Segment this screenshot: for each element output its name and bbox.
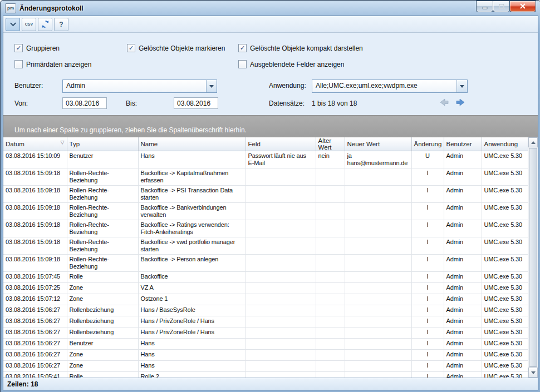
checkbox-box[interactable] — [238, 60, 247, 68]
refresh-button[interactable] — [38, 18, 52, 31]
column-header-name[interactable]: Name — [138, 137, 246, 151]
von-label: Von: — [14, 100, 28, 107]
cell-name: Backoffice -> Person anlegen — [138, 255, 246, 272]
cell-anwendung: UMC.exe 5.30 — [482, 350, 529, 361]
cell-typ: Rollen-Rechte-Beziehung — [67, 255, 138, 272]
bis-date-input[interactable] — [174, 97, 218, 109]
cell-aenderung: I — [411, 237, 444, 255]
group-by-bar[interactable]: Um nach einer Spalte zu gruppieren, zieh… — [3, 115, 538, 137]
filter-panel: ✓ Gruppieren ✓ Gelöschte Objekte markier… — [3, 33, 538, 115]
table-row[interactable]: 03.08.2016 15:07:25ZoneVZ AIAdminUMC.exe… — [3, 283, 529, 294]
cell-alter-wert — [316, 339, 345, 350]
table-row[interactable]: 03.08.2016 15:05:41RolleRolle 2IAdminUMC… — [3, 372, 529, 378]
checkbox-box[interactable]: ✓ — [14, 44, 23, 52]
table-row[interactable]: 03.08.2016 15:09:18Rollen-Rechte-Beziehu… — [3, 220, 529, 237]
table-row[interactable]: 03.08.2016 15:06:27BenutzerHansIAdminUMC… — [3, 339, 529, 350]
table-row[interactable]: 03.08.2016 15:06:27ZoneHansIAdminUMC.exe… — [3, 350, 529, 361]
checkbox-label: Ausgeblendete Felder anzeigen — [250, 61, 344, 68]
cell-datum: 03.08.2016 15:06:27 — [3, 350, 67, 361]
anwendung-label: Anwendung: — [269, 82, 306, 90]
table-row[interactable]: 03.08.2016 15:06:27RollenbeziehungHans /… — [3, 305, 529, 316]
next-page-button[interactable] — [455, 98, 466, 107]
cell-anwendung: UMC.exe 5.30 — [482, 272, 529, 283]
title-bar[interactable]: pm Änderungsprotokoll — [1, 1, 540, 16]
table-row[interactable]: 03.08.2016 15:09:18Rollen-Rechte-Beziehu… — [3, 168, 529, 186]
scroll-up-button[interactable] — [528, 137, 538, 147]
checkbox-gruppieren[interactable]: ✓ Gruppieren — [14, 44, 60, 52]
cell-neuer-wert — [345, 305, 411, 316]
cell-benutzer: Admin — [444, 168, 482, 186]
checkbox-box[interactable]: ✓ — [238, 44, 247, 52]
collapse-panel-button[interactable] — [6, 18, 20, 31]
cell-datum: 03.08.2016 15:10:09 — [3, 151, 67, 168]
column-header-datum[interactable]: Datum▽ — [3, 137, 67, 151]
column-header-neuer-wert[interactable]: Neuer Wert — [345, 137, 411, 151]
vertical-scrollbar[interactable] — [528, 137, 538, 378]
chevron-down-icon — [10, 22, 16, 27]
cell-neuer-wert — [345, 283, 411, 294]
cell-name: Hans — [138, 361, 246, 372]
cell-typ: Rollenbeziehung — [67, 316, 138, 328]
app-icon: pm — [5, 3, 16, 13]
table-row[interactable]: 03.08.2016 15:09:18Rollen-Rechte-Beziehu… — [3, 237, 529, 255]
minimize-button[interactable] — [476, 1, 493, 12]
cell-benutzer: Admin — [444, 328, 482, 339]
cell-feld — [246, 220, 316, 237]
cell-datum: 03.08.2016 15:05:41 — [3, 372, 67, 378]
column-header-aenderung[interactable]: Änderung — [411, 137, 444, 151]
cell-benutzer: Admin — [444, 294, 482, 305]
table-row[interactable]: 03.08.2016 15:09:18Rollen-Rechte-Beziehu… — [3, 203, 529, 220]
checkbox-geloeschte-objekte-markieren[interactable]: ✓ Gelöschte Objekte markieren — [127, 44, 225, 52]
table-row[interactable]: 03.08.2016 15:06:27RollenbeziehungHans /… — [3, 328, 529, 339]
maximize-button[interactable] — [493, 1, 510, 12]
cell-neuer-wert — [345, 350, 411, 361]
von-date-input[interactable] — [62, 97, 107, 109]
table-body: 03.08.2016 15:10:09BenutzerHansPasswort … — [3, 151, 529, 378]
anwendung-dropdown-button[interactable] — [456, 80, 467, 92]
checkbox-box[interactable]: ✓ — [127, 44, 135, 52]
cell-benutzer: Admin — [444, 361, 482, 372]
cell-aenderung: I — [411, 203, 444, 220]
column-header-anwendung[interactable]: Anwendung — [482, 137, 529, 151]
column-header-typ[interactable]: Typ — [67, 137, 138, 151]
table-row[interactable]: 03.08.2016 15:07:45RolleBackofficeIAdmin… — [3, 272, 529, 283]
scroll-down-button[interactable] — [528, 368, 538, 378]
cell-name: Backoffice -> vwd portfolio manager star… — [138, 237, 246, 255]
checkbox-box[interactable] — [14, 60, 23, 68]
cell-aenderung: I — [411, 168, 444, 186]
table-row[interactable]: 03.08.2016 15:09:18Rollen-Rechte-Beziehu… — [3, 186, 529, 203]
client-area: CSV ? ✓ Gruppieren ✓ Gelö — [3, 16, 538, 390]
table-row[interactable]: 03.08.2016 15:06:27RollenbeziehungHans /… — [3, 316, 529, 328]
table-row[interactable]: 03.08.2016 15:10:09BenutzerHansPasswort … — [3, 151, 529, 168]
table-row[interactable]: 03.08.2016 15:06:27ZoneHansIAdminUMC.exe… — [3, 361, 529, 372]
checkbox-label: Gruppieren — [26, 44, 60, 52]
column-header-feld[interactable]: Feld — [246, 137, 316, 151]
checkbox-label: Primärdaten anzeigen — [26, 61, 91, 68]
cell-name: Backoffice -> Kapitalmaßnahmen erfassen — [138, 168, 246, 186]
anwendung-dropdown[interactable]: Alle;UMC.exe;uml.exe;vwdpm.exe — [312, 80, 468, 93]
table-row[interactable]: 03.08.2016 15:07:12ZoneOstzone 1IAdminUM… — [3, 294, 529, 305]
checkbox-ausgeblendete-felder[interactable]: Ausgeblendete Felder anzeigen — [238, 60, 344, 68]
csv-export-button[interactable]: CSV — [22, 18, 36, 31]
checkbox-primaerdaten-anzeigen[interactable]: Primärdaten anzeigen — [14, 60, 91, 68]
checkbox-geloeschte-objekte-kompakt[interactable]: ✓ Gelöschte Objekte kompakt darstellen — [238, 44, 363, 52]
cell-feld — [246, 372, 316, 378]
help-button[interactable]: ? — [54, 18, 68, 31]
cell-name: Hans — [138, 350, 246, 361]
table-row[interactable]: 03.08.2016 15:09:18Rollen-Rechte-Beziehu… — [3, 255, 529, 272]
scrollbar-thumb[interactable] — [529, 148, 537, 367]
column-header-benutzer[interactable]: Benutzer — [444, 137, 482, 151]
cell-alter-wert — [316, 372, 345, 378]
previous-page-button[interactable] — [439, 98, 450, 107]
cell-neuer-wert — [345, 168, 411, 186]
cell-feld — [246, 339, 316, 350]
chevron-down-icon — [209, 85, 214, 88]
benutzer-dropdown-button[interactable] — [206, 80, 217, 92]
close-button[interactable] — [509, 1, 536, 12]
anwendung-dropdown-value: Alle;UMC.exe;uml.exe;vwdpm.exe — [312, 80, 456, 92]
column-header-alter-wert[interactable]: Alter Wert — [316, 137, 345, 151]
cell-anwendung: UMC.exe 5.30 — [482, 294, 529, 305]
benutzer-dropdown[interactable]: Admin — [62, 80, 217, 93]
cell-anwendung: UMC.exe 5.30 — [482, 283, 529, 294]
cell-benutzer: Admin — [444, 305, 482, 316]
